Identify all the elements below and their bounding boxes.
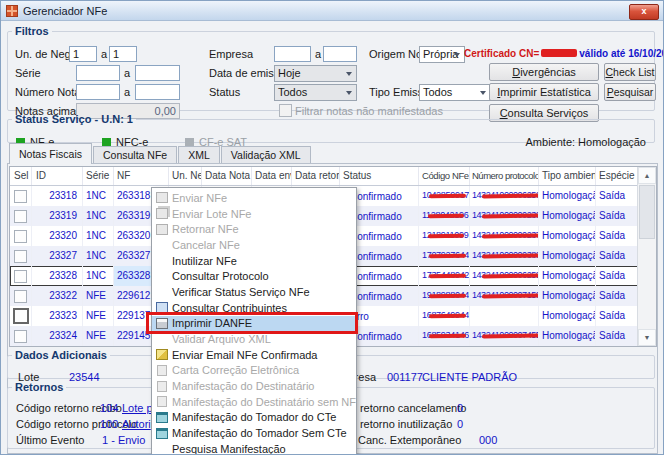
numero-nota-from-input[interactable] [76,84,120,100]
un-negocio-from-input[interactable]: 1 [69,46,97,62]
cte-icon [156,412,168,423]
imprimir-estatistica-button[interactable]: Imprimir Estatística [489,83,599,101]
tab[interactable]: XML [178,146,220,164]
numero-nota-to-input[interactable] [135,84,180,100]
col-header-especie[interactable]: Espécie [596,167,638,185]
cte-icon [156,428,168,439]
email-icon [156,349,168,360]
col-header-un-neg[interactable]: Un. Neg. [169,167,202,185]
status-select[interactable]: Todos [274,84,357,101]
cell-especie: Saída [596,286,638,306]
col-header-nf[interactable]: NF [114,167,169,185]
col-header-id[interactable]: ID [32,167,83,185]
col-header-sel[interactable]: Sel [10,167,32,185]
scroll-up-icon[interactable]: ▲ [638,167,656,184]
menu-item[interactable]: Consultar Protocolo [152,268,356,284]
row-checkbox[interactable] [13,308,29,324]
a-label: a [315,48,321,60]
scrollbar-thumb[interactable] [639,185,655,239]
retorno-protocolo-label: Código retorno protocolo [16,418,137,430]
certificado-info: Certificado CN=válido até 16/10/202 [464,48,664,59]
close-button[interactable]: x [629,4,659,20]
ambiente-label: Ambiente: Homologação [526,136,646,148]
cell-serie: 1NC [83,226,114,246]
row-checkbox[interactable] [14,230,27,243]
menu-item[interactable]: Enviar Email NFe Confirmada [152,347,356,363]
col-header-serie[interactable]: Série [83,167,114,185]
data-emissao-select[interactable]: Hoje [274,65,357,82]
cell-status: Confirmado [350,271,402,282]
row-checkbox[interactable] [14,270,27,283]
col-header-data-nota[interactable]: Data Nota [202,167,252,185]
cell-tipo-ambiente: Homologação [539,306,596,326]
row-checkbox[interactable] [14,330,27,343]
cell-protocolo: 1432410000074554 [472,330,539,340]
menu-item[interactable]: Manifestação do Tomador Sem CTe [152,425,356,441]
menu-item[interactable]: Cancelar NFe [152,237,356,253]
retorno-protocolo-link[interactable]: Autori [122,418,151,430]
cell-especie: Saída [596,246,638,266]
redacted-cn [541,49,577,57]
retorno-cancelamento-value: 0 [457,402,463,414]
tab[interactable]: Notas Fiscais [9,143,92,164]
menu-item[interactable]: Pesquisa Manifestação [152,441,356,455]
table-header-row: Sel ID Série NF Un. Neg. Data Nota Data … [10,167,638,186]
cell-tipo-ambiente: Homologação [539,186,596,206]
row-checkbox[interactable] [14,290,27,303]
cell-tipo-ambiente: Homologação [539,206,596,226]
cell-id: 23327 [32,246,83,266]
tab[interactable]: Consulta NFe [93,146,177,164]
empresa-from-input[interactable] [274,46,311,62]
title-bar: Gerenciador NFe [1,1,663,21]
menu-item[interactable]: Verificar Status Serviço NFe [152,284,356,300]
cell-especie: Saída [596,186,638,206]
scroll-down-icon[interactable]: ▼ [638,329,656,346]
row-checkbox[interactable] [14,210,27,223]
col-header-status[interactable]: Status [340,167,419,185]
origem-nota-select[interactable]: Própria [419,46,465,63]
row-checkbox[interactable] [14,190,27,203]
cell-serie: 1NC [83,186,114,206]
row-checkbox[interactable] [14,250,27,263]
menu-item[interactable]: Manifestação do Destinatário [152,378,356,394]
a-label: a [124,86,130,98]
canc-extemporaneo-label: Canc. Extemporâneo [358,434,461,446]
cell-status: Confirmado [350,291,402,302]
tab[interactable]: Validação XML [221,146,311,164]
cell-codigo-nfe: 1128042196 [422,210,468,220]
divergencias-button[interactable]: Divergências [489,63,599,81]
col-header-numero-protocolo[interactable]: Número protocolo [470,167,539,185]
check-list-button[interactable]: Check List [604,63,656,81]
col-header-data-envio[interactable]: Data envio [252,167,292,185]
pesquisar-button[interactable]: Pesquisar [604,83,656,101]
page-icon [157,396,167,407]
col-header-tipo-ambiente[interactable]: Tipo ambiente [539,167,596,185]
cell-protocolo: 1432410000071505 [472,290,539,300]
menu-item[interactable]: Manifestação do Destinatário sem NF [152,394,356,410]
status-servico-title: Status Serviço - U.N: 1 [12,113,136,125]
table-scrollbar[interactable]: ▲ ▼ [637,167,656,346]
cell-protocolo: 1432410000003809 [472,250,539,260]
cell-codigo-nfe: 1918988044 [422,290,469,300]
menu-item[interactable]: Carta Correção Eletrônica [152,363,356,379]
status-servico-groupbox: Status Serviço - U.N: 1 NF-eNFC-eCF-e SA… [7,113,655,143]
menu-item[interactable]: Enviar NFe [152,190,356,206]
page-icon [157,381,167,392]
menu-item[interactable]: Manifestação do Tomador do CTe [152,410,356,426]
menu-item[interactable]: Enviar Lote NFe [152,206,356,222]
menu-item[interactable]: Retornar NFe [152,221,356,237]
col-header-data-retorno[interactable]: Data retorno [292,167,340,185]
cell-serie: NFE [83,306,114,326]
ret-icon [156,224,168,235]
chevron-down-icon [480,91,486,95]
un-negocio-to-input[interactable]: 1 [109,46,137,62]
chevron-down-icon [454,53,460,57]
serie-to-input[interactable] [135,65,180,81]
empresa-to-input[interactable] [323,46,357,62]
ultimo-evento-label: Último Evento [16,434,84,446]
serie-from-input[interactable] [76,65,120,81]
tipo-emissao-select[interactable]: Todos [419,84,491,101]
menu-item[interactable]: Inutilizar NFe [152,253,356,269]
col-header-codigo-nfe[interactable]: Código NFe [419,167,470,185]
retorno-recibo-link[interactable]: Lote p [122,402,153,414]
